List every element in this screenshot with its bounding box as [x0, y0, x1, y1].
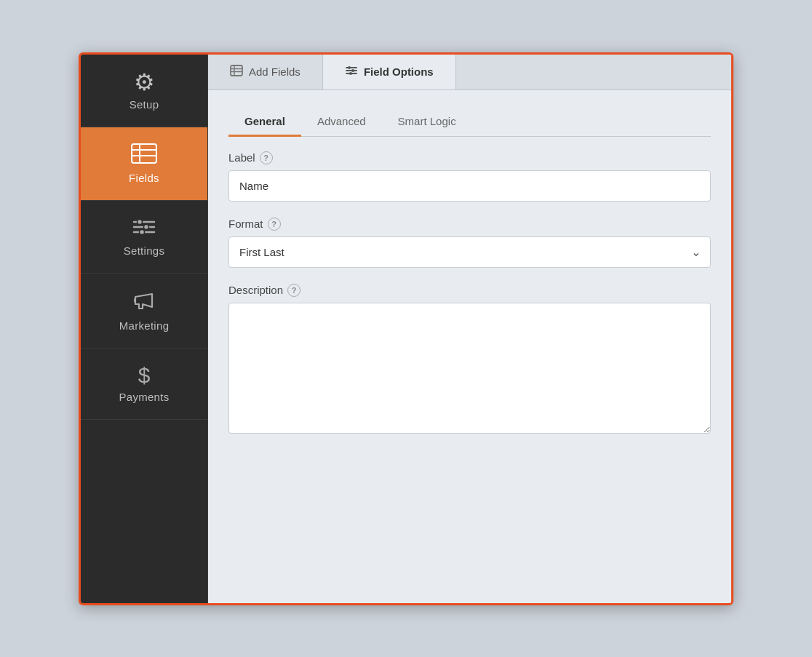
description-field-label: Description ? — [228, 284, 711, 297]
main-area: Add Fields Field Options — [208, 55, 731, 603]
svg-point-5 — [138, 219, 143, 224]
format-field-group: Format ? First Last First Last First Mid… — [228, 218, 711, 268]
description-textarea[interactable] — [228, 303, 711, 434]
label-field-group: Label ? — [228, 151, 711, 202]
sidebar-item-payments[interactable]: $ Payments — [81, 349, 207, 420]
sidebar-item-setup[interactable]: ⚙ Setup — [81, 55, 207, 127]
tab-add-fields[interactable]: Add Fields — [208, 55, 323, 89]
field-options-tab-label: Field Options — [364, 65, 434, 78]
sidebar: ⚙ Setup Fields — [81, 55, 208, 603]
sidebar-item-marketing[interactable]: Marketing — [81, 274, 207, 349]
fields-icon — [131, 143, 157, 167]
svg-point-9 — [140, 229, 145, 234]
dollar-icon: $ — [138, 365, 151, 386]
sub-tab-general[interactable]: General — [228, 108, 301, 137]
label-input[interactable] — [228, 170, 711, 202]
format-select[interactable]: First Last First Last First Middle Last — [228, 236, 711, 268]
app-container: ⚙ Setup Fields — [79, 52, 733, 605]
sub-tab-smart-logic[interactable]: Smart Logic — [382, 108, 472, 137]
sidebar-item-label-payments: Payments — [119, 391, 169, 403]
svg-point-18 — [351, 69, 354, 72]
sidebar-item-label-fields: Fields — [129, 172, 159, 184]
add-fields-tab-icon — [230, 65, 243, 79]
tab-field-options[interactable]: Field Options — [323, 55, 456, 89]
format-help-icon[interactable]: ? — [268, 218, 281, 231]
svg-point-7 — [144, 224, 149, 229]
sub-tab-advanced[interactable]: Advanced — [301, 108, 382, 137]
add-fields-tab-label: Add Fields — [249, 65, 300, 78]
top-tabs-bar: Add Fields Field Options — [208, 55, 731, 90]
field-options-tab-icon — [345, 65, 358, 79]
format-select-wrapper: First Last First Last First Middle Last … — [228, 236, 711, 268]
svg-rect-0 — [132, 144, 156, 163]
svg-point-19 — [349, 72, 352, 75]
sidebar-item-label-settings: Settings — [124, 244, 165, 257]
settings-icon — [132, 217, 156, 240]
label-help-icon[interactable]: ? — [260, 151, 273, 164]
megaphone-icon — [132, 290, 156, 315]
sidebar-item-settings[interactable]: Settings — [81, 201, 207, 274]
svg-point-17 — [348, 66, 351, 69]
sidebar-item-label-setup: Setup — [130, 98, 159, 111]
format-field-label: Format ? — [228, 218, 711, 231]
description-help-icon[interactable]: ? — [287, 284, 300, 297]
content-area: General Advanced Smart Logic Label ? — [208, 90, 731, 603]
sidebar-item-label-marketing: Marketing — [119, 319, 170, 332]
form-section: Label ? Format ? First Last First — [228, 151, 711, 437]
sidebar-item-fields[interactable]: Fields — [81, 127, 207, 201]
gear-icon: ⚙ — [134, 71, 155, 94]
svg-rect-10 — [231, 65, 242, 76]
description-field-group: Description ? — [228, 284, 711, 437]
sub-tabs-bar: General Advanced Smart Logic — [228, 108, 711, 137]
label-field-label: Label ? — [228, 151, 711, 164]
